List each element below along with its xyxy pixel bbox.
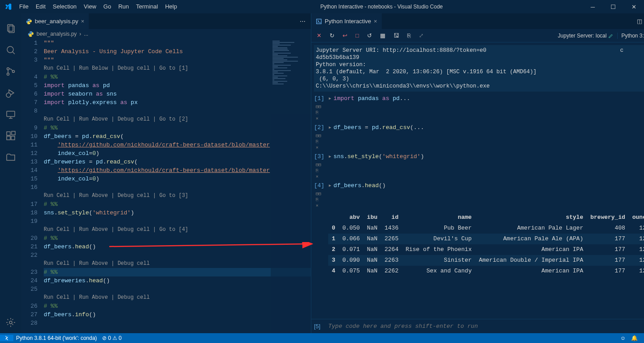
menu-file[interactable]: File [16, 0, 32, 13]
collapse-icon[interactable]: ▸ [328, 153, 332, 160]
menu-edit[interactable]: Edit [32, 0, 49, 13]
warning-icon: ⚠ [112, 335, 117, 341]
restart-icon[interactable]: ↻ [330, 32, 334, 39]
table-cell: American IPA [475, 244, 587, 255]
table-cell: Sex and Candy [402, 266, 475, 276]
table-cell: 2264 [381, 244, 402, 255]
input-prompt: [5] [314, 323, 328, 330]
table-cell: 0.066 [339, 234, 363, 244]
rerun-icon[interactable]: ↺ [367, 32, 372, 39]
maximize-button[interactable]: ☐ [603, 0, 623, 13]
editor-body[interactable]: 1234567891011121314151617181920212223242… [21, 39, 311, 333]
jupyter-info: Jupyter Server URI: http://localhost:888… [314, 45, 644, 92]
interrupt-icon[interactable]: ↩ [343, 32, 347, 39]
kernel-status[interactable]: Python 3: Idle [617, 33, 644, 39]
cell-prompt: [3] [314, 153, 328, 160]
interactive-cell[interactable]: [2] ▸ df_beers = pd.read_csv(... [314, 124, 644, 131]
table-header: ounces [629, 212, 644, 223]
goto-code-icon[interactable]: ⊟⊟ [316, 162, 644, 168]
split-editor-icon[interactable]: ◫ [637, 18, 642, 25]
close-button[interactable]: ✕ [623, 0, 644, 13]
tab-python-interactive[interactable]: Python Interactive × [311, 13, 382, 29]
collapse-icon[interactable]: ▸ [328, 95, 332, 102]
variables-icon[interactable]: ▦ [380, 32, 385, 39]
interactive-toolbar: ✕ ↻ ↩ □ ↺ ▦ 🖫 ⎘ ⤢ Jupyter Server: local … [311, 29, 644, 42]
svg-rect-14 [11, 136, 15, 140]
editor-tabs: beer_analysis.py × ⋯ [21, 13, 311, 29]
interactive-panel: Python Interactive × ◫ ⋯ ✕ ↻ ↩ □ ↺ ▦ 🖫 ⎘… [311, 13, 644, 333]
jupyter-server-status[interactable]: Jupyter Server: local [558, 33, 614, 39]
settings-icon[interactable] [0, 312, 21, 333]
table-cell: 2263 [381, 255, 402, 266]
copy-cell-icon[interactable]: ⎘ [316, 110, 644, 116]
output-table: abvibuidnamestylebrewery_idounces 00.050… [328, 212, 644, 276]
copy-cell-icon[interactable]: ⎘ [316, 139, 644, 145]
tab-beer-analysis[interactable]: beer_analysis.py × [21, 13, 89, 29]
stop-icon[interactable]: □ [355, 32, 359, 39]
collapse-icon[interactable]: ▸ [328, 182, 332, 189]
svg-line-3 [12, 52, 15, 54]
delete-cell-icon[interactable]: ✕ [316, 116, 644, 121]
goto-code-icon[interactable]: ⊟⊟ [316, 133, 644, 139]
table-header: name [402, 212, 475, 223]
interactive-cell[interactable]: [3] ▸ sns.set_style('whitegrid') [314, 153, 644, 160]
scm-icon[interactable] [0, 61, 21, 82]
goto-code-icon[interactable]: ⊟⊟ [316, 191, 644, 197]
collapse-icon[interactable]: ▸ [328, 124, 332, 131]
explorer-icon[interactable] [0, 18, 21, 39]
editor-more-icon[interactable]: ⋯ [300, 18, 305, 25]
table-cell: Devil's Cup [402, 234, 475, 244]
tab-close-icon[interactable]: × [81, 18, 85, 25]
problems-status[interactable]: ⊘0 ⚠0 [99, 335, 124, 341]
interactive-cell[interactable]: [1] ▸ import pandas as pd... [314, 95, 644, 102]
cell-prompt: [4] [314, 182, 328, 189]
tab-title: Python Interactive [325, 18, 371, 25]
table-header: ibu [363, 212, 381, 223]
notifications-icon[interactable]: 🔔 [628, 335, 640, 341]
minimap[interactable] [271, 39, 311, 333]
table-cell: 12.0 [629, 234, 644, 244]
svg-point-4 [7, 68, 9, 70]
menu-run[interactable]: Run [115, 0, 132, 13]
svg-point-8 [6, 93, 11, 97]
titlebar: File Edit Selection View Go Run Terminal… [0, 0, 644, 13]
tab-close-icon[interactable]: × [374, 18, 377, 25]
interactive-body[interactable]: Jupyter Server URI: http://localhost:888… [311, 42, 644, 319]
expand-icon[interactable]: ⤢ [419, 32, 424, 39]
cell-prompt: [1] [314, 95, 328, 102]
files-icon[interactable] [0, 146, 21, 168]
delete-cell-icon[interactable]: ✕ [316, 145, 644, 151]
menu-help[interactable]: Help [161, 0, 181, 13]
menu-view[interactable]: View [80, 0, 100, 13]
table-cell: 177 [587, 244, 629, 255]
table-header: style [475, 212, 587, 223]
minimize-button[interactable]: ─ [582, 0, 603, 13]
copy-cell-icon[interactable]: ⎘ [316, 168, 644, 174]
code-input[interactable] [328, 323, 644, 330]
tab-filename: beer_analysis.py [35, 18, 78, 25]
breadcrumb[interactable]: beer_analysis.py › ... [21, 29, 311, 39]
python-interpreter[interactable]: Python 3.8.1 64-bit ('work': conda) [13, 335, 99, 341]
menu-go[interactable]: Go [100, 0, 115, 13]
table-cell: 1436 [381, 223, 402, 234]
extensions-icon[interactable] [0, 125, 21, 146]
table-cell: 0.050 [339, 223, 363, 234]
export-icon[interactable]: ⎘ [407, 32, 411, 39]
copy-cell-icon[interactable]: ⎘ [316, 197, 644, 203]
menu-terminal[interactable]: Terminal [132, 0, 161, 13]
remote-status[interactable] [0, 335, 13, 341]
goto-code-icon[interactable]: ⊟⊟ [316, 104, 644, 110]
remote-icon[interactable] [0, 104, 21, 125]
svg-rect-13 [7, 136, 10, 140]
interactive-cell[interactable]: [4] ▸ df_beers.head() [314, 182, 644, 189]
save-icon[interactable]: 🖫 [393, 32, 399, 39]
debug-icon[interactable] [0, 82, 21, 104]
feedback-icon[interactable]: ☺ [618, 335, 628, 341]
cancel-icon[interactable]: ✕ [317, 32, 322, 39]
delete-cell-icon[interactable]: ✕ [316, 203, 644, 209]
delete-cell-icon[interactable]: ✕ [316, 174, 644, 180]
table-cell: 0.090 [339, 255, 363, 266]
search-icon[interactable] [0, 39, 21, 61]
menu-selection[interactable]: Selection [49, 0, 80, 13]
breadcrumb-file: beer_analysis.py [37, 31, 77, 37]
